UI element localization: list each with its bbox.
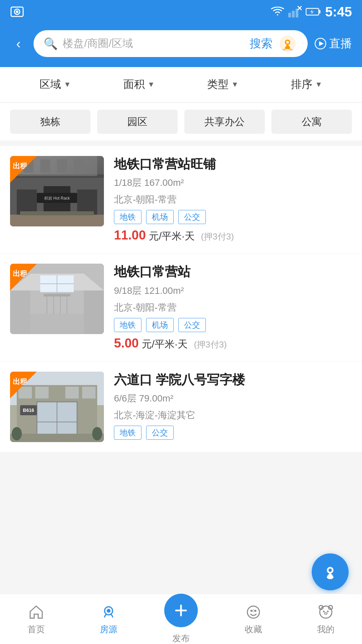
svg-rect-9 bbox=[319, 10, 320, 13]
listing-tags-3: 地铁 公交 bbox=[114, 426, 352, 440]
tag-bus-1: 公交 bbox=[178, 210, 206, 224]
svg-rect-32 bbox=[10, 215, 104, 226]
svg-point-77 bbox=[254, 610, 256, 612]
publish-center-button[interactable] bbox=[164, 594, 198, 627]
signal-icon bbox=[288, 6, 302, 17]
price-terms-2: (押3付3) bbox=[194, 339, 227, 350]
photo-icon bbox=[10, 5, 24, 19]
svg-point-75 bbox=[247, 606, 259, 618]
svg-marker-10 bbox=[310, 9, 314, 14]
svg-point-14 bbox=[282, 49, 286, 51]
listing-location-2: 北京-朝阳-常营 bbox=[114, 301, 352, 314]
listing-image-2: 出租 bbox=[10, 264, 104, 334]
tag-standalone[interactable]: 独栋 bbox=[10, 110, 90, 134]
search-placeholder: 楼盘/商圈/区域 bbox=[63, 36, 245, 51]
wifi-icon bbox=[271, 7, 284, 17]
live-button[interactable]: 直播 bbox=[314, 36, 352, 51]
back-button[interactable]: ‹ bbox=[10, 36, 27, 51]
svg-rect-64 bbox=[35, 387, 49, 398]
filter-sort-arrow: ▼ bbox=[315, 80, 322, 89]
filter-type-label: 类型 bbox=[207, 77, 229, 92]
filter-size-label: 面积 bbox=[123, 77, 145, 92]
svg-point-82 bbox=[323, 611, 325, 612]
search-button[interactable]: 搜索 bbox=[250, 36, 273, 51]
svg-rect-42 bbox=[10, 290, 30, 334]
map-icon[interactable] bbox=[278, 34, 298, 54]
status-left bbox=[10, 5, 24, 19]
tag-airport-1: 机场 bbox=[146, 210, 174, 224]
filter-size[interactable]: 面积 ▼ bbox=[123, 77, 155, 92]
tag-airport-2: 机场 bbox=[146, 318, 174, 332]
listing-card-1[interactable]: 积岩 Hot Rack 出租 地铁口常营站旺铺 1/18层 167.00m² 北… bbox=[0, 146, 362, 254]
search-bar[interactable]: 🔍 楼盘/商圈/区域 搜索 bbox=[34, 30, 308, 57]
nav-publish[interactable]: 发布 bbox=[151, 594, 211, 644]
float-location-button[interactable] bbox=[312, 553, 349, 590]
nav-rooms[interactable]: 房源 bbox=[78, 603, 139, 635]
tag-park[interactable]: 园区 bbox=[97, 110, 178, 134]
status-bar: 5:45 bbox=[0, 0, 362, 23]
svg-text:积岩 Hot Rack: 积岩 Hot Rack bbox=[44, 196, 70, 201]
listing-detail-1: 1/18层 167.00m² bbox=[114, 176, 352, 189]
filter-area[interactable]: 区域 ▼ bbox=[40, 77, 71, 92]
svg-rect-63 bbox=[18, 387, 32, 398]
filter-bar: 区域 ▼ 面积 ▼ 类型 ▼ 排序 ▼ bbox=[0, 67, 362, 102]
svg-rect-65 bbox=[65, 387, 79, 398]
live-play-icon bbox=[314, 38, 326, 50]
nav-favorites-label: 收藏 bbox=[245, 624, 262, 635]
svg-point-78 bbox=[252, 610, 254, 612]
listings-container: 积岩 Hot Rack 出租 地铁口常营站旺铺 1/18层 167.00m² 北… bbox=[0, 146, 362, 452]
svg-point-61 bbox=[12, 427, 22, 440]
tag-apartment[interactable]: 公寓 bbox=[272, 110, 352, 134]
tag-shared-office[interactable]: 共享办公 bbox=[184, 110, 265, 134]
svg-point-68 bbox=[328, 569, 332, 572]
listing-card-3[interactable]: B616 出租 六道口 学院八号写字楼 6/6层 79.00m² 北京-海淀-海… bbox=[0, 362, 362, 452]
favorites-icon bbox=[244, 603, 263, 622]
listing-detail-3: 6/6层 79.00m² bbox=[114, 392, 352, 405]
nav-home-label: 首页 bbox=[27, 624, 45, 635]
nav-favorites[interactable]: 收藏 bbox=[223, 603, 284, 635]
filter-sort[interactable]: 排序 ▼ bbox=[291, 77, 322, 92]
search-icon: 🔍 bbox=[44, 37, 58, 50]
listing-detail-2: 9/18层 121.00m² bbox=[114, 284, 352, 297]
filter-area-arrow: ▼ bbox=[64, 80, 71, 89]
svg-point-13 bbox=[286, 41, 289, 44]
listing-title-3: 六道口 学院八号写字楼 bbox=[114, 372, 352, 388]
tag-bus-3: 公交 bbox=[146, 426, 174, 440]
nav-home[interactable]: 首页 bbox=[6, 603, 66, 635]
svg-marker-17 bbox=[319, 41, 324, 46]
tag-subway-3: 地铁 bbox=[114, 426, 141, 440]
publish-plus-icon bbox=[173, 602, 189, 619]
nav-profile[interactable]: 我的 bbox=[296, 603, 356, 635]
filter-size-arrow: ▼ bbox=[147, 80, 155, 89]
svg-point-76 bbox=[250, 610, 252, 612]
svg-point-62 bbox=[92, 427, 102, 440]
svg-rect-60 bbox=[10, 434, 104, 442]
status-time: 5:45 bbox=[325, 4, 352, 19]
svg-point-83 bbox=[327, 611, 329, 612]
svg-point-84 bbox=[324, 613, 327, 614]
tag-subway-1: 地铁 bbox=[114, 210, 141, 224]
svg-rect-66 bbox=[82, 387, 96, 398]
bottom-nav: 首页 房源 发布 bbox=[0, 594, 362, 644]
listing-tags-2: 地铁 机场 公交 bbox=[114, 318, 352, 332]
listing-image-1: 积岩 Hot Rack 出租 bbox=[10, 156, 104, 226]
listing-location-3: 北京-海淀-海淀其它 bbox=[114, 409, 352, 422]
home-icon bbox=[27, 603, 46, 622]
price-num-2: 5.00 bbox=[114, 336, 139, 350]
svg-rect-28 bbox=[57, 159, 67, 173]
profile-icon bbox=[316, 603, 335, 622]
nav-publish-label: 发布 bbox=[172, 633, 190, 644]
svg-rect-44 bbox=[44, 294, 70, 297]
filter-type-arrow: ▼ bbox=[231, 80, 239, 89]
filter-sort-label: 排序 bbox=[291, 77, 312, 92]
listing-info-3: 六道口 学院八号写字楼 6/6层 79.00m² 北京-海淀-海淀其它 地铁 公… bbox=[114, 372, 352, 442]
listing-card-2[interactable]: 出租 地铁口常营站 9/18层 121.00m² 北京-朝阳-常营 地铁 机场 … bbox=[0, 254, 362, 361]
filter-type[interactable]: 类型 ▼ bbox=[207, 77, 239, 92]
tag-bar: 独栋 园区 共享办公 公寓 bbox=[0, 103, 362, 141]
status-right: 5:45 bbox=[271, 4, 352, 19]
tag-subway-2: 地铁 bbox=[114, 318, 141, 332]
price-num-1: 11.00 bbox=[114, 228, 146, 242]
price-unit-1: 元/平米·天 bbox=[149, 230, 195, 241]
listing-image-3: B616 出租 bbox=[10, 372, 104, 442]
listing-info-1: 地铁口常营站旺铺 1/18层 167.00m² 北京-朝阳-常营 地铁 机场 公… bbox=[114, 156, 352, 243]
